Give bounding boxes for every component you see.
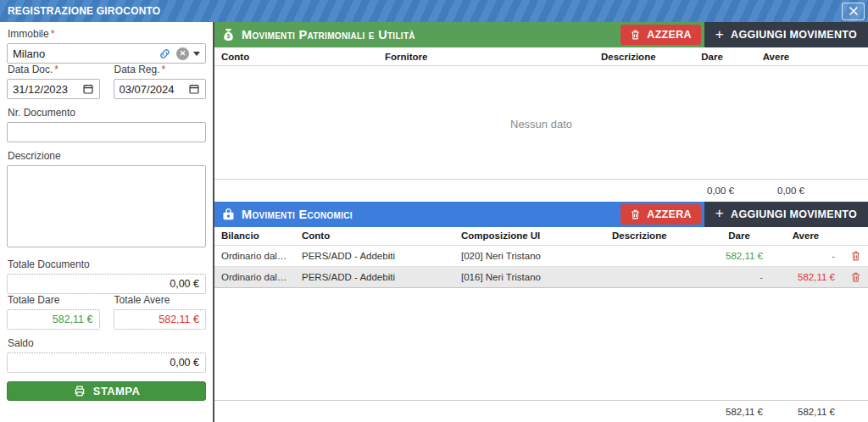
movements-panel: $ Movimenti Patrimoniali e Utilità AZZER… [214,22,868,422]
row-conto: PERS/ADD - Addebiti [295,251,454,261]
totale-documento-label: Totale Documento [8,258,206,270]
link-icon[interactable] [158,47,172,60]
clear-icon[interactable]: ✕ [176,47,189,60]
svg-text:$: $ [227,33,231,40]
close-icon [849,6,859,16]
saldo-label: Saldo [8,337,206,349]
data-reg-label: Data Reg.* [114,64,207,75]
calendar-icon[interactable] [188,83,200,95]
data-doc-value: 31/12/2023 [13,83,78,96]
row-avere: - [770,251,842,261]
row-delete-button[interactable] [842,271,868,283]
nr-documento-input[interactable] [7,122,206,142]
form-panel: Immobile* Milano ✕ Data Doc.* 31/12/2023 [0,22,214,422]
row-conto: PERS/ADD - Addebiti [295,272,454,282]
printer-icon [73,385,86,397]
col-avere: Avere [741,52,811,62]
trash-icon [850,271,861,283]
dropdown-caret-icon[interactable] [193,52,200,56]
col-conto: Conto [295,230,454,241]
trash-icon [630,208,641,220]
economici-totals-row: 582,11 € 582,11 € [214,400,868,422]
row-composizione: [016] Neri Tristano [454,272,605,282]
totale-dare-label: Totale Dare [8,294,100,306]
immobile-select[interactable]: Milano ✕ [7,43,206,64]
col-dare: Dare [683,52,741,62]
patrimoniali-empty-text: Nessun dato [214,118,868,130]
row-dare: - [709,272,770,282]
totale-documento-value: 0,00 € [7,274,206,294]
col-bilancio: Bilancio [214,230,295,241]
window-title: REGISTRAZIONE GIROCONTO [8,5,160,17]
stampa-button[interactable]: STAMPA [7,381,206,401]
descrizione-label: Descrizione [8,150,206,162]
patrimoniali-table-header: Conto Fornitore Descrizione Dare Avere [214,47,868,66]
calendar-icon[interactable] [82,83,94,95]
totale-avere-value: 582,11 € [114,309,207,330]
money-bag-icon: $ [221,27,236,42]
saldo-value: 0,00 € [7,353,206,373]
economici-header: Movimenti Economici AZZERA + AGGIUNGI MO… [214,202,868,227]
stampa-label: STAMPA [93,385,140,397]
trash-icon [850,250,861,262]
patrimoniali-title: Movimenti Patrimoniali e Utilità [242,28,415,42]
economici-aggiungi-button[interactable]: + AGGIUNGI MOVIMENTO [704,202,868,227]
money-bag-handle-icon [221,207,236,221]
row-avere: 582,11 € [770,272,842,282]
economici-azzera-button[interactable]: AZZERA [620,204,701,225]
data-reg-input[interactable]: 03/07/2024 [114,79,207,99]
row-delete-button[interactable] [842,250,868,262]
nr-documento-label: Nr. Documento [8,107,206,119]
economici-title: Movimenti Economici [242,208,353,221]
col-descrizione: Descrizione [605,230,709,241]
titlebar: REGISTRAZIONE GIROCONTO [0,0,868,22]
plus-icon: + [715,205,724,222]
col-fornitore: Fornitore [378,52,594,62]
economici-total-avere: 582,11 € [770,407,842,417]
row-bilancio: Ordinario dal 01/01/2023 al ... [214,251,295,261]
col-dare: Dare [709,230,770,241]
patrimoniali-aggiungi-button[interactable]: + AGGIUNGI MOVIMENTO [704,22,868,47]
data-doc-label: Data Doc.* [8,64,100,75]
economici-table-header: Bilancio Conto Composizione UI Descrizio… [214,227,868,246]
economici-table-row[interactable]: Ordinario dal 01/01/2023 al ... PERS/ADD… [214,267,868,288]
col-descrizione: Descrizione [594,52,683,62]
totale-avere-label: Totale Avere [114,294,207,306]
plus-icon: + [715,26,724,43]
patrimoniali-total-avere: 0,00 € [741,186,811,196]
data-doc-input[interactable]: 31/12/2023 [7,79,100,99]
patrimoniali-azzera-button[interactable]: AZZERA [620,25,701,45]
row-composizione: [020] Neri Tristano [454,251,605,261]
economici-total-dare: 582,11 € [709,407,770,417]
totale-dare-value: 582,11 € [7,309,100,330]
trash-icon [630,29,641,41]
economici-table-row[interactable]: Ordinario dal 01/01/2023 al ... PERS/ADD… [214,246,868,267]
immobile-label: Immobile* [8,28,206,40]
row-bilancio: Ordinario dal 01/01/2023 al ... [214,272,295,282]
patrimoniali-table-body: Nessun dato [214,66,868,179]
col-conto: Conto [214,52,378,62]
patrimoniali-total-dare: 0,00 € [683,186,741,196]
col-avere: Avere [770,230,842,241]
row-dare: 582,11 € [709,251,770,261]
close-button[interactable] [842,3,865,20]
col-composizione: Composizione UI [454,230,605,241]
patrimoniali-totals-row: 0,00 € 0,00 € [214,179,868,202]
immobile-value: Milano [13,47,153,60]
descrizione-textarea[interactable] [7,165,206,247]
giroconto-modal: REGISTRAZIONE GIROCONTO Immobile* Milano… [0,0,868,422]
data-reg-value: 03/07/2024 [120,83,185,96]
patrimoniali-header: $ Movimenti Patrimoniali e Utilità AZZER… [214,22,868,47]
